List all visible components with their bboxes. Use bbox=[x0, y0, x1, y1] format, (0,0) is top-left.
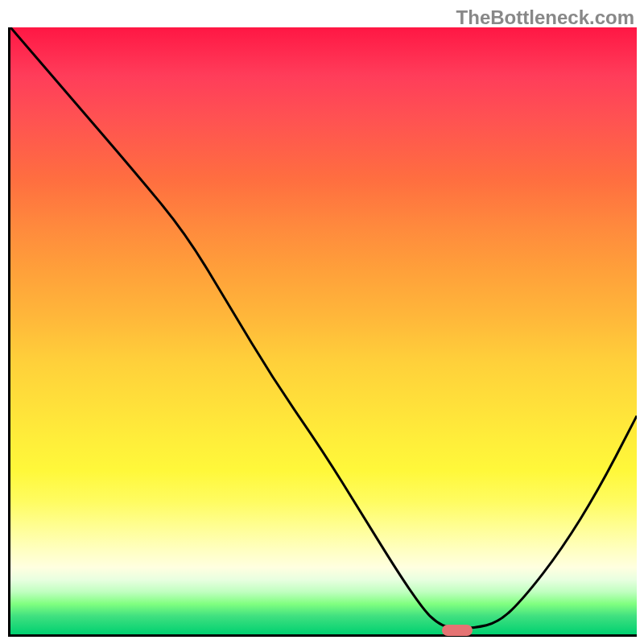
chart-area bbox=[8, 27, 637, 637]
watermark-text: TheBottleneck.com bbox=[456, 6, 634, 29]
curve-line bbox=[10, 27, 637, 634]
optimal-marker bbox=[442, 625, 473, 636]
